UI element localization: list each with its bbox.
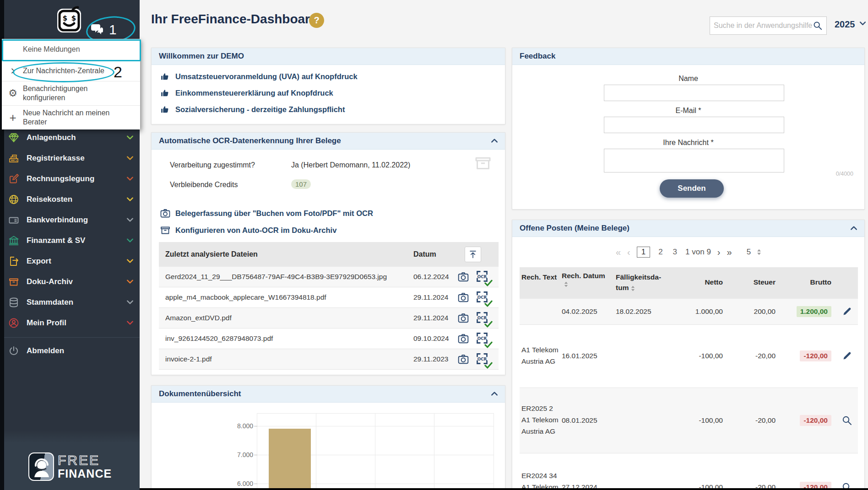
page-button-current[interactable]: 1: [637, 247, 650, 258]
sidebar-item-rechnungslegung[interactable]: Rechnungslegung: [0, 168, 140, 189]
chevron-down-icon[interactable]: [126, 237, 134, 245]
sidebar-item-finanzamt-sv[interactable]: Finanzamt & SV: [0, 230, 140, 251]
camera-icon[interactable]: [457, 353, 469, 365]
chevron-down-icon[interactable]: [126, 257, 134, 265]
sidebar-item-reisekosten[interactable]: Reisekosten: [0, 189, 140, 210]
database-icon: [8, 297, 19, 308]
send-button[interactable]: Senden: [660, 179, 724, 198]
sidebar-menu: Anlagenbuch Registrierkasse Rechnungsleg…: [0, 127, 140, 333]
archive-icon: [8, 276, 19, 287]
column-header-rech-text[interactable]: Rech. Text: [520, 272, 560, 293]
file-name: Amazon_extDVD.pdf: [165, 314, 232, 322]
sidebar-item-mein-profil[interactable]: Mein Profil: [0, 312, 140, 333]
page-button[interactable]: 2: [656, 247, 664, 257]
open-item-row: ER2024 34 A1 Telekom Austria AG 27.12.20…: [520, 453, 858, 490]
collapse-chevron-icon[interactable]: [490, 390, 499, 398]
page-button[interactable]: 3: [671, 247, 679, 257]
sidebar-item-bankverbindung[interactable]: Bankverbindung: [0, 210, 140, 230]
chevron-down-icon[interactable]: [126, 216, 134, 224]
ocr-panel: Automatische OCR-Datenerkennung Ihrer Be…: [151, 132, 505, 375]
sidebar-item-export[interactable]: Export: [0, 251, 140, 271]
upload-button[interactable]: [465, 247, 481, 262]
column-header-rech-datum[interactable]: Rech. Datum: [560, 272, 614, 293]
chevron-down-icon[interactable]: [126, 195, 134, 204]
file-date: 06.12.2024: [413, 273, 449, 281]
column-header-faelligkeitsdatum[interactable]: Fälligkeitsda-tum: [614, 272, 668, 293]
column-header-brutto[interactable]: Brutto: [776, 278, 831, 286]
ocr-status-icon[interactable]: OCR: [476, 270, 489, 284]
name-label: Name: [512, 75, 864, 83]
chevron-down-icon[interactable]: [126, 154, 134, 162]
ocr-status-icon[interactable]: OCR: [476, 311, 489, 325]
camera-icon[interactable]: [457, 333, 469, 345]
page-size-spinner-icon[interactable]: [756, 249, 762, 255]
logout-button[interactable]: Abmelden: [0, 340, 140, 361]
consent-value: Ja (Herbert Demomann, 11.02.2022): [291, 161, 410, 169]
chevron-down-icon[interactable]: [126, 175, 134, 183]
ocr-status-icon[interactable]: OCR: [476, 332, 489, 345]
help-icon[interactable]: ?: [309, 13, 324, 28]
first-page-button[interactable]: «: [616, 247, 621, 258]
brutto-badge-negative: -120,00: [800, 350, 831, 361]
chevron-down-icon[interactable]: [126, 278, 134, 286]
edit-pencil-icon[interactable]: [841, 306, 852, 317]
link-uva[interactable]: Umsatzsteuervoranmeldung (UVA) auf Knopf…: [160, 71, 505, 81]
ocr-status-icon[interactable]: OCR: [476, 291, 489, 304]
cell-rech-datum: 16.01.2025: [560, 352, 614, 360]
camera-icon[interactable]: [457, 271, 469, 283]
ocr-status-icon[interactable]: OCR: [476, 352, 489, 366]
messages-chat-icon[interactable]: [90, 23, 105, 37]
thumbs-up-icon: [160, 104, 170, 114]
consent-label: Verarbeitung zugestimmt?: [170, 161, 255, 169]
sort-icon[interactable]: [630, 285, 635, 291]
link-auto-ocr-konfigurieren[interactable]: Konfigurieren von Auto-OCR im Doku-Archi…: [160, 225, 336, 236]
name-field[interactable]: [604, 85, 784, 101]
sort-icon[interactable]: [564, 281, 569, 287]
y-axis-tick: 7.000: [220, 451, 253, 458]
sidebar-item-registrierkasse[interactable]: Registrierkasse: [0, 148, 140, 168]
gem-icon: [8, 132, 19, 143]
search-icon[interactable]: [813, 21, 823, 31]
collapse-chevron-icon[interactable]: [850, 224, 858, 232]
link-sozialversicherung[interactable]: Sozialversicherung - derzeitige Zahlungs…: [160, 104, 505, 114]
sidebar-item-stammdaten[interactable]: Stammdaten: [0, 292, 140, 312]
camera-icon[interactable]: [457, 312, 469, 324]
svg-text:OCR: OCR: [477, 295, 487, 300]
link-einkommensteuer[interactable]: Einkommensteuererklärung auf Knopfdruck: [160, 88, 505, 98]
search-magnifier-icon[interactable]: [841, 415, 852, 426]
next-page-button[interactable]: ›: [717, 247, 721, 258]
link-belegerfassung[interactable]: Belegerfassung über "Buchen vom Foto/PDF…: [160, 208, 373, 219]
chevron-right-icon: [7, 67, 18, 75]
menu-item-benachrichtigungen[interactable]: ⚙ Benachrichtigungen konfigurieren: [2, 81, 140, 105]
check-icon: [484, 300, 493, 307]
message-field[interactable]: [604, 149, 784, 172]
edit-pencil-icon[interactable]: [841, 350, 852, 361]
chevron-down-icon[interactable]: [126, 298, 134, 307]
analyzed-files-table: Zuletzt analysierte Dateien Datum Gerd20…: [159, 242, 499, 370]
prev-page-button[interactable]: ‹: [627, 247, 630, 258]
brand-finance-text: FINANCE: [58, 468, 112, 479]
email-field[interactable]: [604, 117, 784, 133]
annotation-step-2-number: 2: [114, 63, 122, 81]
chart-bar[interactable]: [269, 429, 311, 490]
sidebar-item-doku-archiv[interactable]: Doku-Archiv: [0, 271, 140, 292]
column-header-netto[interactable]: Netto: [668, 278, 723, 286]
person-icon: [8, 318, 19, 328]
column-header-steuer[interactable]: Steuer: [723, 278, 776, 286]
collapse-chevron-icon[interactable]: [490, 137, 499, 145]
search-input[interactable]: [714, 22, 813, 30]
menu-item-neue-nachricht[interactable]: + Neue Nachricht an meinen Berater: [2, 105, 140, 129]
check-icon: [484, 362, 493, 369]
camera-icon[interactable]: [457, 291, 469, 303]
chevron-down-icon[interactable]: [126, 319, 134, 327]
file-date: 29.11.2023: [413, 355, 448, 363]
year-selector[interactable]: 2025: [835, 19, 867, 30]
last-page-button[interactable]: »: [727, 247, 732, 258]
page-size-selector[interactable]: 5: [747, 248, 762, 257]
file-row: Amazon_extDVD.pdf 29.11.2024 OCR: [159, 308, 499, 328]
sidebar-item-anlagenbuch[interactable]: Anlagenbuch: [0, 127, 140, 148]
svg-text:$: $: [63, 14, 67, 22]
cell-rech-text: ER2024 34 A1 Telekom Austria AG: [520, 470, 560, 490]
chevron-down-icon[interactable]: [126, 134, 134, 142]
open-items-header-row: Rech. Text Rech. Datum Fälligkeitsda-tum…: [520, 267, 858, 299]
